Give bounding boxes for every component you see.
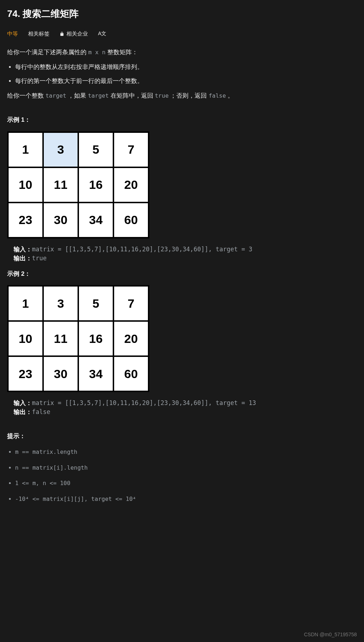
matrix-cell: 3 bbox=[43, 286, 78, 321]
code-inline: target bbox=[46, 92, 66, 99]
companies-label: 相关企业 bbox=[66, 29, 88, 38]
watermark: CSDN @m0_57195758 bbox=[304, 631, 357, 638]
matrix-cell: 1 bbox=[8, 132, 43, 167]
description-line-1: 给你一个满足下述两条属性的 m x n 整数矩阵： bbox=[7, 47, 357, 57]
text: 给你一个整数 bbox=[7, 92, 46, 99]
example-2-io: 输入：matrix = [[1,3,5,7],[10,11,16,20],[23… bbox=[14, 399, 357, 417]
output-value: true bbox=[32, 255, 47, 262]
difficulty-tab[interactable]: 中等 bbox=[7, 29, 18, 38]
text: 。 bbox=[226, 92, 234, 99]
matrix-cell: 16 bbox=[78, 167, 113, 203]
example-1-matrix: 13571011162023303460 bbox=[7, 131, 149, 238]
matrix-cell: 5 bbox=[78, 286, 113, 321]
code-inline: target bbox=[88, 92, 109, 99]
matrix-cell: 5 bbox=[78, 132, 113, 167]
text: ；否则，返回 bbox=[169, 92, 209, 99]
hint-item: n == matrix[i].length bbox=[15, 463, 357, 473]
matrix-cell: 10 bbox=[8, 167, 43, 203]
property-list: 每行中的整数从左到右按非严格递增顺序排列。 每行的第一个整数大于前一行的最后一个… bbox=[7, 62, 357, 86]
output-label: 输出： bbox=[14, 255, 32, 262]
matrix-cell: 34 bbox=[78, 203, 113, 238]
hints-title: 提示： bbox=[7, 431, 357, 441]
list-item: 每行中的整数从左到右按非严格递增顺序排列。 bbox=[15, 62, 357, 72]
code-inline: true bbox=[155, 92, 169, 99]
matrix-cell: 11 bbox=[43, 321, 78, 356]
matrix-cell: 7 bbox=[113, 286, 149, 321]
description-line-2: 给你一个整数 target ，如果 target 在矩阵中，返回 true ；否… bbox=[7, 91, 357, 101]
matrix-cell: 23 bbox=[8, 203, 43, 238]
input-value: matrix = [[1,3,5,7],[10,11,16,20],[23,30… bbox=[32, 399, 256, 406]
list-item: 每行的第一个整数大于前一行的最后一个整数。 bbox=[15, 76, 357, 86]
input-label: 输入： bbox=[14, 246, 32, 253]
hint-item: 1 <= m, n <= 100 bbox=[15, 479, 357, 488]
example-2-title: 示例 2： bbox=[7, 269, 357, 279]
matrix-cell: 1 bbox=[8, 286, 43, 321]
hints-list: m == matrix.lengthn == matrix[i].length1… bbox=[7, 447, 357, 503]
matrix-cell: 30 bbox=[43, 356, 78, 391]
input-value: matrix = [[1,3,5,7],[10,11,16,20],[23,30… bbox=[32, 246, 252, 253]
matrix-cell: 34 bbox=[78, 356, 113, 391]
matrix-cell: 60 bbox=[113, 356, 149, 391]
text: 整数矩阵： bbox=[106, 49, 138, 56]
translate-icon[interactable]: A文 bbox=[98, 29, 106, 37]
matrix-cell: 7 bbox=[113, 132, 149, 167]
example-2-matrix: 13571011162023303460 bbox=[7, 285, 149, 392]
matrix-cell: 60 bbox=[113, 203, 149, 238]
matrix-cell: 20 bbox=[113, 167, 149, 203]
example-1-title: 示例 1： bbox=[7, 115, 357, 125]
output-label: 输出： bbox=[14, 408, 32, 415]
matrix-cell: 30 bbox=[43, 203, 78, 238]
page-title: 74. 搜索二维矩阵 bbox=[7, 6, 357, 22]
text: ，如果 bbox=[66, 92, 88, 99]
matrix-cell: 23 bbox=[8, 356, 43, 391]
matrix-cell: 16 bbox=[78, 321, 113, 356]
matrix-cell: 3 bbox=[43, 132, 78, 167]
code-inline: m x n bbox=[88, 49, 106, 56]
matrix-cell: 11 bbox=[43, 167, 78, 203]
text: 在矩阵中，返回 bbox=[109, 92, 155, 99]
example-1-io: 输入：matrix = [[1,3,5,7],[10,11,16,20],[23… bbox=[14, 245, 357, 263]
matrix-cell: 10 bbox=[8, 321, 43, 356]
tab-bar: 中等 相关标签 相关企业 A文 bbox=[7, 29, 357, 38]
text: 给你一个满足下述两条属性的 bbox=[7, 49, 88, 56]
hint-item: -10⁴ <= matrix[i][j], target <= 10⁴ bbox=[15, 494, 357, 504]
input-label: 输入： bbox=[14, 399, 32, 406]
code-inline: false bbox=[209, 92, 226, 99]
companies-tab[interactable]: 相关企业 bbox=[60, 29, 88, 38]
output-value: false bbox=[32, 408, 50, 415]
hint-item: m == matrix.length bbox=[15, 447, 357, 457]
tags-tab[interactable]: 相关标签 bbox=[28, 29, 50, 38]
lock-icon bbox=[60, 29, 64, 38]
matrix-cell: 20 bbox=[113, 321, 149, 356]
